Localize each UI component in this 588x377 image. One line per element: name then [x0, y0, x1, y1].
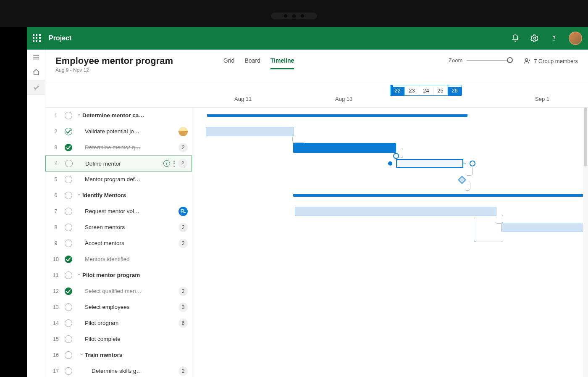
task-status-circle[interactable]	[65, 128, 72, 135]
user-avatar[interactable]	[569, 32, 582, 45]
task-status-circle[interactable]	[65, 144, 72, 151]
task-count-badge[interactable]: 2	[178, 143, 188, 152]
device-camera-bar	[0, 0, 588, 27]
task-row[interactable]: 1Determine mentor ca…	[45, 108, 192, 124]
task-status-circle[interactable]	[65, 112, 72, 119]
task-name: Pilot complete	[85, 336, 192, 342]
date-label: Aug 18	[335, 96, 352, 102]
task-row[interactable]: 16Train mentors	[45, 347, 192, 363]
task-count-badge[interactable]: 2	[178, 239, 188, 248]
gantt-connector-handle[interactable]	[470, 161, 475, 166]
task-row-number: 7	[51, 208, 60, 214]
task-row[interactable]: 4Define mentori2	[45, 156, 192, 171]
task-name: Mentors identified	[85, 256, 192, 262]
task-row[interactable]: 17Determine skills g…2	[45, 363, 192, 377]
gantt-resize-handle[interactable]: ↔	[461, 160, 467, 167]
gantt-bar[interactable]	[295, 207, 496, 216]
task-count-badge[interactable]: 3	[178, 303, 188, 312]
task-row[interactable]: 10Mentors identified	[45, 251, 192, 267]
notifications-icon[interactable]	[511, 34, 520, 43]
task-row[interactable]: 5Mentor program def…	[45, 171, 192, 187]
task-count-badge[interactable]: 2	[178, 287, 188, 296]
task-count-badge[interactable]: 2	[178, 159, 187, 168]
rail-home-icon[interactable]	[27, 65, 45, 80]
task-caret-icon[interactable]	[76, 272, 82, 278]
task-row-number: 2	[51, 129, 60, 134]
task-row-number: 11	[51, 272, 60, 278]
date-range-selector[interactable]: Aug 3d Aug 22 23 24 25 26	[390, 85, 462, 96]
app-launcher-icon[interactable]	[33, 34, 41, 42]
zoom-label: Zoom	[449, 57, 462, 63]
tab-grid[interactable]: Grid	[223, 57, 234, 69]
range-label-left: Aug	[393, 85, 407, 87]
task-status-circle[interactable]	[65, 335, 72, 343]
view-tabs: Grid Board Timeline	[223, 57, 294, 69]
task-info-icon[interactable]: i	[163, 160, 170, 167]
gantt-bar-selected[interactable]	[396, 159, 463, 168]
task-caret-icon[interactable]	[76, 112, 82, 119]
task-name: Screen mentors	[85, 224, 178, 230]
task-row[interactable]: 14Pilot program6	[45, 315, 192, 331]
task-row[interactable]: 2Validate potential jo…	[45, 124, 192, 140]
task-row[interactable]: 13Select employees3	[45, 299, 192, 315]
svg-point-1	[554, 40, 554, 40]
task-name: Accept mentors	[85, 240, 178, 246]
range-label-right: Aug	[448, 85, 462, 87]
task-row-number: 6	[51, 192, 60, 198]
group-members-button[interactable]: 7 Group members	[524, 57, 578, 65]
zoom-control[interactable]: Zoom	[449, 57, 513, 63]
gantt-connector-dot[interactable]	[388, 161, 392, 166]
task-row[interactable]: 8Screen mentors2	[45, 219, 192, 235]
task-row-number: 10	[51, 256, 60, 262]
task-assignee-avatar[interactable]: FL	[178, 207, 188, 216]
task-name: Determine mentor q…	[85, 144, 178, 150]
tab-timeline[interactable]: Timeline	[270, 57, 294, 69]
task-status-circle[interactable]	[65, 287, 72, 295]
task-row[interactable]: 12Select qualified men…2	[45, 283, 192, 299]
task-count-badge[interactable]: 6	[178, 319, 188, 328]
gantt-summary-bar[interactable]	[207, 114, 467, 117]
task-row[interactable]: 15Pilot complete	[45, 331, 192, 347]
task-row[interactable]: 11Pilot mentor program	[45, 267, 192, 283]
task-count-badge[interactable]: 2	[178, 223, 188, 232]
date-label: Sep 1	[535, 96, 549, 102]
help-icon[interactable]	[549, 34, 559, 43]
task-name: Validate potential jo…	[85, 128, 178, 134]
task-status-circle[interactable]	[65, 160, 73, 167]
gantt-bar[interactable]	[206, 127, 294, 136]
task-row[interactable]: 9Accept mentors2	[45, 235, 192, 251]
task-caret-icon[interactable]	[76, 192, 82, 198]
task-status-circle[interactable]	[65, 272, 72, 279]
task-status-circle[interactable]	[65, 208, 72, 215]
task-status-circle[interactable]	[65, 256, 72, 263]
task-assignee-avatar[interactable]	[178, 127, 188, 136]
gantt-bar[interactable]	[501, 223, 583, 232]
task-status-circle[interactable]	[65, 351, 72, 359]
task-row[interactable]: 3Determine mentor q…2	[45, 140, 192, 156]
task-status-circle[interactable]	[65, 240, 72, 247]
tab-board[interactable]: Board	[244, 57, 260, 69]
gantt-bar[interactable]	[293, 143, 396, 153]
task-more-icon[interactable]	[173, 160, 175, 167]
rail-menu-icon[interactable]	[27, 50, 45, 65]
vertical-scrollbar[interactable]	[583, 108, 588, 377]
task-count-badge[interactable]: 2	[178, 366, 188, 376]
gantt-summary-bar[interactable]	[293, 194, 583, 197]
task-status-circle[interactable]	[65, 176, 72, 183]
task-status-circle[interactable]	[65, 319, 72, 327]
task-row-number: 8	[51, 224, 60, 230]
settings-icon[interactable]	[530, 34, 539, 43]
task-status-circle[interactable]	[65, 224, 72, 231]
task-name: Define mentor	[85, 161, 161, 167]
scrollbar-thumb[interactable]	[584, 108, 587, 166]
rail-select-icon[interactable]	[27, 80, 45, 95]
task-status-circle[interactable]	[65, 303, 72, 311]
task-row[interactable]: 7Request mentor vol…FL	[45, 203, 192, 219]
task-status-circle[interactable]	[65, 367, 72, 375]
task-caret-icon[interactable]	[79, 352, 85, 358]
zoom-slider[interactable]	[467, 60, 513, 61]
range-day[interactable]: 25	[433, 85, 447, 95]
task-status-circle[interactable]	[65, 192, 72, 199]
task-row[interactable]: 6Identify Mentors	[45, 187, 192, 203]
gantt-chart[interactable]: ↔	[192, 108, 583, 377]
